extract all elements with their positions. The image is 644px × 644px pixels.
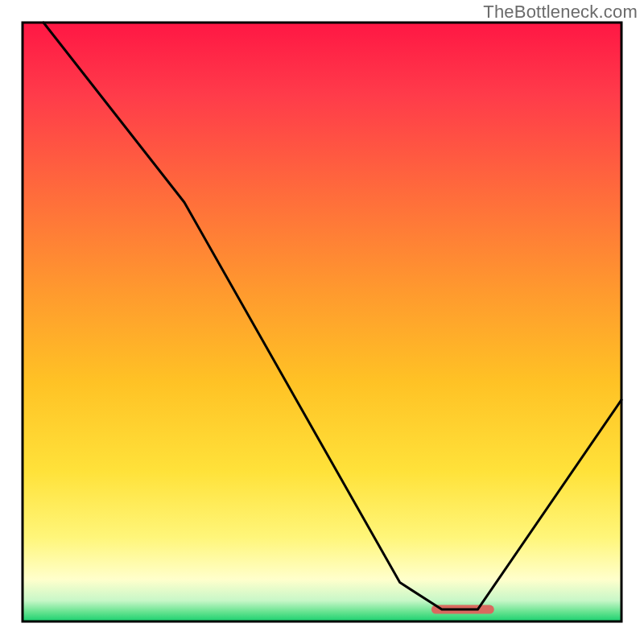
chart-canvas: TheBottleneck.com (0, 0, 644, 644)
bottleneck-chart (0, 0, 644, 644)
